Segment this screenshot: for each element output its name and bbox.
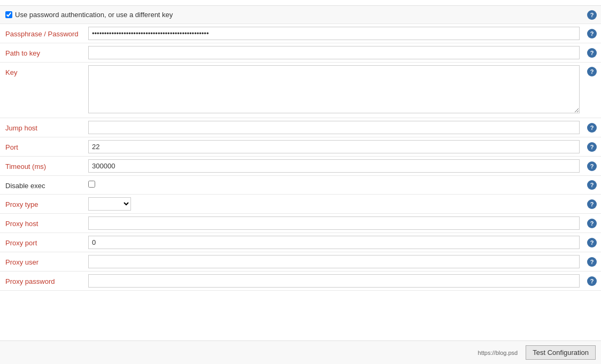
disable-exec-checkbox[interactable] [88,181,95,188]
passphrase-label: Passphrase / Password [5,27,88,38]
jump-host-help-icon[interactable]: ? [587,123,597,133]
proxy-password-help-icon[interactable]: ? [587,276,597,286]
test-configuration-button[interactable]: Test Configuration [526,345,596,360]
port-input[interactable] [88,140,580,153]
proxy-port-label: Proxy port [5,236,88,247]
bottom-bar: https://blog.psd Test Configuration [0,340,601,364]
port-help-icon[interactable]: ? [587,142,597,152]
path-to-key-input-area [88,46,596,59]
use-password-row: Use password authentication, or use a di… [0,5,601,24]
jump-host-input-area [88,121,596,134]
passphrase-help-icon[interactable]: ? [587,29,597,38]
use-password-checkbox[interactable] [5,11,12,18]
proxy-user-help-icon[interactable]: ? [587,257,597,267]
path-to-key-help-icon[interactable]: ? [587,48,597,58]
disable-exec-row: Disable exec ? [0,176,601,194]
proxy-password-label: Proxy password [5,274,88,285]
proxy-port-row: Proxy port ? [0,233,601,252]
timeout-input-area [88,159,596,173]
key-textarea[interactable] [88,65,580,113]
path-to-key-input[interactable] [88,46,580,59]
port-input-area [88,140,596,153]
use-password-container: Use password authentication, or use a di… [5,11,596,19]
path-to-key-label: Path to key [5,46,88,57]
proxy-port-input-area [88,236,596,249]
disable-exec-input-area [88,179,596,188]
proxy-type-select[interactable]: HTTP SOCKS4 SOCKS5 [88,197,131,211]
timeout-input[interactable] [88,159,580,173]
proxy-user-row: Proxy user ? [0,252,601,271]
proxy-user-label: Proxy user [5,255,88,266]
proxy-password-input[interactable] [88,274,580,288]
proxy-type-help-icon[interactable]: ? [587,199,597,209]
proxy-password-input-area [88,274,596,288]
proxy-host-input-area [88,216,596,230]
proxy-type-input-area: HTTP SOCKS4 SOCKS5 [88,197,596,211]
proxy-type-row: Proxy type HTTP SOCKS4 SOCKS5 ? [0,195,601,213]
proxy-host-input[interactable] [88,216,580,230]
proxy-user-input-area [88,255,596,268]
use-password-label: Use password authentication, or use a di… [15,11,173,19]
use-password-help-icon[interactable]: ? [587,10,597,20]
key-label: Key [5,65,88,76]
proxy-host-row: Proxy host ? [0,214,601,233]
proxy-type-label: Proxy type [5,197,88,208]
proxy-port-help-icon[interactable]: ? [587,238,597,247]
jump-host-row: Jump host ? [0,118,601,137]
key-help-icon[interactable]: ? [587,67,597,76]
port-label: Port [5,140,88,151]
divider-13 [0,290,601,291]
passphrase-input-area [88,27,596,40]
port-row: Port ? [0,137,601,156]
disable-exec-help-icon[interactable]: ? [587,180,597,190]
timeout-label: Timeout (ms) [5,159,88,171]
proxy-password-row: Proxy password ? [0,272,601,290]
path-to-key-row: Path to key ? [0,43,601,62]
key-input-area [88,65,596,115]
jump-host-input[interactable] [88,121,580,134]
proxy-host-label: Proxy host [5,216,88,228]
bottom-url: https://blog.psd [478,350,518,356]
timeout-row: Timeout (ms) ? [0,157,601,175]
passphrase-input[interactable] [88,27,580,40]
proxy-user-input[interactable] [88,255,580,268]
timeout-help-icon[interactable]: ? [587,161,597,171]
page-container: Use password authentication, or use a di… [0,0,601,364]
key-row: Key ? [0,63,601,118]
jump-host-label: Jump host [5,121,88,132]
proxy-port-input[interactable] [88,236,580,249]
disable-exec-label: Disable exec [5,179,88,190]
proxy-host-help-icon[interactable]: ? [587,219,597,228]
passphrase-row: Passphrase / Password ? [0,24,601,43]
